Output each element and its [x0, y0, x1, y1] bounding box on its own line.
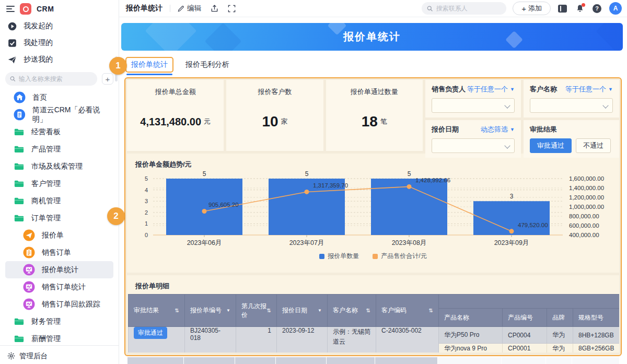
caret-down-icon[interactable]: ▼ [226, 308, 230, 313]
sidebar-item-1[interactable]: 简道云CRM「必看说明」 [5, 106, 113, 123]
sidebar-item-12[interactable]: 销售订单回款跟踪 [5, 296, 113, 313]
sidebar-item-6[interactable]: 商机管理 [5, 192, 113, 209]
sidebar-item-7[interactable]: 订单管理 [5, 209, 113, 227]
stat-value: 18 [362, 113, 378, 130]
sidebar-item-4[interactable]: 市场及线索管理 [5, 158, 113, 175]
quick-item-label: 我处理的 [24, 38, 53, 48]
stats-and-filters-row: 报价单总金额 4,131,480.00 元报价客户数 10 家报价单通过数量 1… [127, 80, 619, 151]
quick-item-0[interactable]: 我发起的 [0, 18, 119, 34]
sales-owner-select[interactable] [432, 98, 515, 113]
col-header-5[interactable]: 客户编码⇅ [376, 295, 439, 327]
sidebar-item-0[interactable]: 首页 [5, 89, 113, 106]
logo-row: CRM [0, 0, 119, 18]
operator-dropdown[interactable]: 等于任意一个▼ [467, 85, 515, 94]
svg-text:4: 4 [145, 187, 148, 193]
hamburger-menu-icon[interactable] [6, 6, 15, 12]
sidebar: CRM 我发起的我处理的抄送我的 + 首页简道云CRM「必看说明」经营看板产品管… [0, 0, 119, 364]
folder-icon [14, 127, 25, 137]
app-logo[interactable] [20, 3, 31, 15]
sidebar-item-8[interactable]: 报价单 [5, 227, 113, 244]
col-header-0[interactable]: 审批结果⇅ [129, 295, 185, 327]
col-header-3[interactable]: 报价日期▼ [277, 295, 328, 327]
caret-down-icon[interactable]: ▼ [318, 308, 322, 313]
filter-label: 审批结果 [530, 125, 557, 134]
plus-icon: + [521, 4, 526, 13]
product-col-header-0[interactable]: 产品名称 [439, 309, 503, 327]
operator-dropdown[interactable]: 等于任意一个▼ [565, 85, 613, 94]
sidebar-item-11[interactable]: 销售订单统计 [5, 278, 113, 296]
sidebar-item-13[interactable]: 财务管理 [5, 313, 113, 330]
quote-icon [23, 229, 35, 241]
share-button[interactable] [211, 5, 218, 13]
col-header-label: 客户名称 [333, 306, 358, 315]
caret-down-icon: ▼ [510, 127, 515, 132]
legend-item-1[interactable]: 产品售价合计/元 [373, 252, 426, 261]
sidebar-item-2[interactable]: 经营看板 [5, 123, 113, 140]
avatar[interactable]: A [609, 2, 622, 15]
sidebar-item-label: 市场及线索管理 [31, 162, 83, 171]
banner-decor [596, 23, 623, 51]
quote-date-select[interactable] [432, 138, 515, 153]
svg-text:2023年08月: 2023年08月 [392, 239, 427, 246]
quick-item-2[interactable]: 抄送我的 [0, 51, 119, 68]
sidebar-search[interactable] [5, 72, 97, 86]
approval-option-0[interactable]: 审批通过 [530, 138, 572, 153]
stat-unit: 笔 [380, 117, 387, 126]
tab-1[interactable]: 报价毛利分析 [181, 58, 234, 72]
fullscreen-button[interactable] [228, 5, 236, 13]
contact-search[interactable] [422, 2, 506, 15]
search-icon [10, 76, 16, 82]
operator-label: 动态筛选 [481, 125, 508, 134]
quote-detail-table: 审批结果⇅报价单编号▼第几次报价⇅报价日期▼客户名称⇅客户编码⇅产品名称产品编号… [128, 294, 619, 353]
col-header-label: 报价日期 [282, 306, 307, 315]
contact-search-input[interactable] [436, 5, 502, 12]
folder-icon [14, 213, 25, 224]
sort-icon[interactable]: ⇅ [366, 308, 370, 313]
product-col-header-3[interactable]: 规格型号 [573, 309, 620, 327]
banner-decor [145, 23, 197, 51]
sidebar-search-input[interactable] [19, 75, 92, 83]
sort-icon[interactable]: ⇅ [267, 308, 271, 313]
banner-decor [205, 23, 242, 51]
quote-no-cell: BJ240305-018 [185, 327, 236, 353]
topbar: 报价单统计 编辑 +添加 ? A [119, 0, 627, 17]
operator-dropdown[interactable]: 动态筛选▼ [481, 125, 515, 134]
notifications-button[interactable] [576, 4, 584, 13]
svg-text:1,428,992.66: 1,428,992.66 [415, 177, 450, 183]
topbar-divider [170, 5, 170, 12]
trend-chart[interactable]: 012345400,000.00600,000.00800,000.001,00… [127, 170, 619, 252]
sidebar-item-admin[interactable]: 管理后台 [0, 348, 119, 364]
sidebar-item-label: 经营看板 [31, 127, 61, 137]
tab-0[interactable]: 报价单统计 [125, 57, 173, 73]
col-header-2[interactable]: 第几次报价⇅ [236, 295, 277, 327]
product-col-header-1[interactable]: 产品编号 [503, 309, 547, 327]
sort-icon[interactable]: ⇅ [429, 308, 433, 313]
annotation-step-2: 2 [107, 207, 125, 225]
sidebar-item-5[interactable]: 客户管理 [5, 175, 113, 192]
edit-button[interactable]: 编辑 [178, 4, 201, 13]
col-header-4[interactable]: 客户名称⇅ [328, 295, 376, 327]
legend-swatch [373, 254, 378, 259]
sidebar-item-10[interactable]: 报价单统计 [5, 261, 113, 278]
table-row[interactable]: 审批通过BJ240305-01812023-09-12示例：无锡简道云C-240… [129, 327, 620, 344]
share-icon [211, 5, 218, 13]
filter-label: 客户名称 [530, 85, 557, 94]
notification-badge [582, 3, 585, 7]
sidebar-item-3[interactable]: 产品管理 [5, 140, 113, 158]
legend-item-0[interactable]: 报价单数量 [319, 252, 359, 261]
sort-icon[interactable]: ⇅ [175, 308, 179, 313]
legend-swatch [319, 254, 324, 259]
col-header-1[interactable]: 报价单编号▼ [185, 295, 236, 327]
customer-name-select[interactable] [530, 98, 613, 113]
collapse-panel-icon[interactable] [558, 5, 567, 13]
add-button[interactable]: +添加 [513, 2, 551, 15]
sidebar-item-9[interactable]: 销售订单 [5, 244, 113, 261]
sidebar-add-button[interactable]: + [102, 73, 113, 85]
filter-customer-name: 客户名称 等于任意一个▼ [524, 80, 619, 118]
approval-option-1[interactable]: 不通过 [576, 138, 611, 153]
product-col-header-2[interactable]: 品牌 [547, 309, 573, 327]
quick-item-1[interactable]: 我处理的 [0, 34, 119, 51]
sidebar-divider [0, 345, 119, 346]
product-name-cell: 华为nova 9 Pro [439, 344, 503, 353]
help-button[interactable]: ? [593, 4, 601, 13]
